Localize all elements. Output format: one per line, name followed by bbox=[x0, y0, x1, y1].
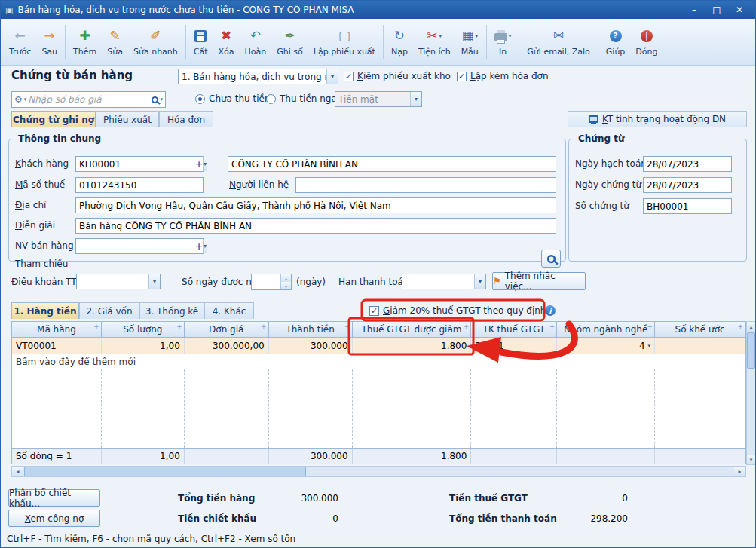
spin-up-icon[interactable]: ▴ bbox=[281, 274, 291, 282]
spin-down-icon[interactable]: ▾ bbox=[281, 282, 291, 289]
pin-icon[interactable]: + bbox=[176, 323, 182, 330]
scroll-right-icon[interactable]: ▸ bbox=[734, 467, 745, 476]
column-header-tk-thue-gtgt[interactable]: TK thuế GTGT+ bbox=[471, 322, 557, 337]
so-chung-tu-input[interactable] bbox=[643, 198, 732, 214]
quick-edit-button[interactable]: ✐ Sửa nhanh bbox=[128, 20, 183, 63]
add-employee-icon[interactable]: + bbox=[195, 241, 203, 252]
nv-ban-hang-input[interactable] bbox=[76, 239, 195, 253]
pin-icon[interactable]: + bbox=[549, 323, 556, 330]
horizontal-scrollbar[interactable]: ◂ ▸ bbox=[11, 466, 746, 477]
khach-hang-code-input[interactable] bbox=[76, 157, 195, 171]
cell-ma-hang[interactable]: VT00001 bbox=[12, 338, 102, 354]
column-header-so-khe-uoc[interactable]: Số khế ước+ bbox=[655, 322, 745, 337]
next-button[interactable]: → Sau bbox=[36, 20, 63, 63]
tab-hang-tien[interactable]: 1. Hàng tiền bbox=[11, 302, 79, 319]
undo-button[interactable]: ↶ Hoàn bbox=[240, 20, 272, 63]
column-header-don-gia[interactable]: Đơn giá+ bbox=[185, 322, 269, 337]
ngay-chung-tu-input[interactable] bbox=[643, 177, 732, 193]
doc-type-select[interactable]: 1. Bán hàng hóa, dịch vụ trong nước ▾ bbox=[178, 69, 338, 84]
dieu-khoan-tt-select[interactable]: ▾ bbox=[76, 274, 161, 289]
send-email-zalo-button[interactable]: ✉ Gửi email, Zalo bbox=[522, 20, 595, 63]
xem-cong-no-button[interactable]: Xem công nợ bbox=[8, 510, 100, 527]
prev-button[interactable]: ← Trước bbox=[4, 20, 36, 63]
chevron-down-icon[interactable]: ▾ bbox=[160, 96, 163, 103]
scroll-down-icon[interactable]: ▾ bbox=[747, 455, 755, 464]
pin-icon[interactable]: + bbox=[647, 323, 653, 330]
save-button[interactable]: Cất bbox=[188, 20, 213, 63]
checkbox-giam-20-thue-gtgt[interactable]: ✓ Giảm 20% thuế GTGT theo quy định bbox=[369, 305, 546, 316]
phan-bo-chiet-khau-button[interactable]: Phân bổ chiết khấu... bbox=[8, 489, 100, 507]
column-header-nhom-nganh-nghe[interactable]: Nhóm ngành nghề+ bbox=[557, 322, 655, 337]
table-row[interactable]: VT00001 1,00 300.000,00 300.000 1.800 33… bbox=[12, 338, 745, 354]
radio-thu-tien-ngay[interactable]: Thu tiền ngay bbox=[266, 93, 342, 104]
post-button[interactable]: ✒ Ghi sổ bbox=[271, 20, 308, 63]
cell-nhom-nganh-nghe[interactable]: 4▾ bbox=[557, 338, 655, 354]
help-button[interactable]: ? Giúp bbox=[601, 20, 631, 63]
add-customer-icon[interactable]: + bbox=[195, 159, 203, 170]
vertical-scrollbar[interactable]: ▴ ▾ bbox=[746, 321, 756, 465]
han-thanh-toan-select[interactable]: ▾ bbox=[402, 274, 486, 289]
so-ngay-duoc-no-input[interactable] bbox=[252, 274, 280, 289]
pin-icon[interactable]: + bbox=[464, 323, 470, 330]
cell-thue-gtgt-duoc-giam[interactable]: 1.800 bbox=[353, 338, 472, 354]
load-button[interactable]: ↻ Nạp bbox=[386, 20, 413, 63]
checkbox-lap-kem-hoa-don[interactable]: ✓ Lập kèm hóa đơn bbox=[457, 71, 549, 81]
scrollbar-thumb[interactable] bbox=[747, 332, 755, 369]
chevron-down-icon[interactable]: ▾ bbox=[648, 343, 651, 349]
chevron-down-icon[interactable]: ▾ bbox=[203, 157, 207, 171]
radio-chua-thu-tien[interactable]: Chưa thu tiền bbox=[195, 93, 271, 104]
quote-search-control[interactable]: ⚙ ▾ ▾ bbox=[11, 91, 166, 108]
pin-icon[interactable]: + bbox=[344, 323, 350, 330]
add-new-row-hint[interactable]: Bấm vào đây để thêm mới bbox=[12, 354, 745, 369]
add-button[interactable]: ✚ Thêm bbox=[68, 20, 102, 63]
khach-hang-name-input[interactable] bbox=[228, 156, 556, 172]
search-icon[interactable] bbox=[152, 96, 158, 103]
template-button[interactable]: ▦▾ Mẫu bbox=[456, 20, 484, 63]
checkbox-kiem-phieu-xuat-kho[interactable]: ✓ Kiêm phiếu xuất kho bbox=[344, 71, 451, 81]
edit-button[interactable]: ✎ Sửa bbox=[102, 20, 128, 63]
gear-icon[interactable]: ⚙ bbox=[14, 94, 23, 105]
scrollbar-thumb[interactable] bbox=[24, 467, 306, 476]
column-header-thue-gtgt-duoc-giam[interactable]: Thuế GTGT được giảm+ bbox=[353, 322, 472, 337]
tham-chieu-search-button[interactable] bbox=[541, 250, 561, 268]
khach-hang-combo[interactable]: + ▾ bbox=[75, 156, 204, 172]
quote-number-input[interactable] bbox=[28, 94, 150, 105]
tab-chung-tu-ghi-no[interactable]: Chứng từ ghi nợ bbox=[11, 111, 96, 127]
close-button[interactable]: ✕ bbox=[728, 2, 751, 18]
them-nhac-viec-button[interactable]: ⚑ Thêm nhắc việc... bbox=[492, 272, 586, 290]
chevron-down-icon[interactable]: ▾ bbox=[148, 274, 160, 289]
kt-status-button[interactable]: KT tình trạng hoạt động DN bbox=[568, 111, 747, 127]
scroll-left-icon[interactable]: ◂ bbox=[12, 467, 23, 476]
column-header-ma-hang[interactable]: Mã hàng+ bbox=[12, 322, 102, 337]
tab-hoa-don[interactable]: Hóa đơn bbox=[159, 111, 213, 127]
cell-don-gia[interactable]: 300.000,00 bbox=[185, 338, 269, 354]
cell-tk-thue-gtgt[interactable]: 33311 bbox=[471, 338, 557, 354]
chevron-down-icon[interactable]: ▾ bbox=[326, 69, 338, 84]
so-ngay-duoc-no-stepper[interactable]: ▴ ▾ bbox=[251, 274, 292, 290]
pin-icon[interactable]: + bbox=[737, 323, 743, 330]
pin-icon[interactable]: + bbox=[261, 323, 267, 330]
cell-thanh-tien[interactable]: 300.000 bbox=[269, 338, 353, 354]
ma-so-thue-input[interactable] bbox=[75, 177, 204, 193]
tab-thong-ke[interactable]: 3. Thống kê bbox=[139, 302, 204, 319]
nv-ban-hang-combo[interactable]: + ▾ bbox=[75, 238, 204, 254]
chevron-down-icon[interactable]: ▾ bbox=[474, 274, 485, 289]
column-header-thanh-tien[interactable]: Thành tiền+ bbox=[269, 322, 353, 337]
ngay-hach-toan-input[interactable] bbox=[643, 156, 732, 172]
info-icon[interactable]: i bbox=[545, 305, 556, 316]
dia-chi-input[interactable] bbox=[75, 197, 556, 213]
minimize-button[interactable]: – bbox=[683, 2, 705, 18]
maximize-button[interactable]: □ bbox=[705, 2, 728, 18]
create-export-slip-button[interactable]: ▢ Lập phiếu xuất bbox=[308, 20, 381, 63]
pin-icon[interactable]: + bbox=[93, 323, 99, 330]
dien-giai-input[interactable] bbox=[75, 218, 556, 234]
close-document-button[interactable]: | Đóng bbox=[630, 20, 663, 63]
print-button[interactable]: ▾ In bbox=[489, 20, 517, 63]
delete-button[interactable]: ✖ Xóa bbox=[213, 20, 240, 63]
scroll-up-icon[interactable]: ▴ bbox=[747, 322, 755, 332]
chevron-down-icon[interactable]: ▾ bbox=[24, 96, 27, 103]
chevron-down-icon[interactable]: ▾ bbox=[203, 239, 207, 253]
cell-so-luong[interactable]: 1,00 bbox=[102, 338, 185, 354]
column-header-so-luong[interactable]: Số lượng+ bbox=[102, 322, 185, 337]
utilities-button[interactable]: ✂▾ Tiện ích bbox=[413, 20, 456, 63]
